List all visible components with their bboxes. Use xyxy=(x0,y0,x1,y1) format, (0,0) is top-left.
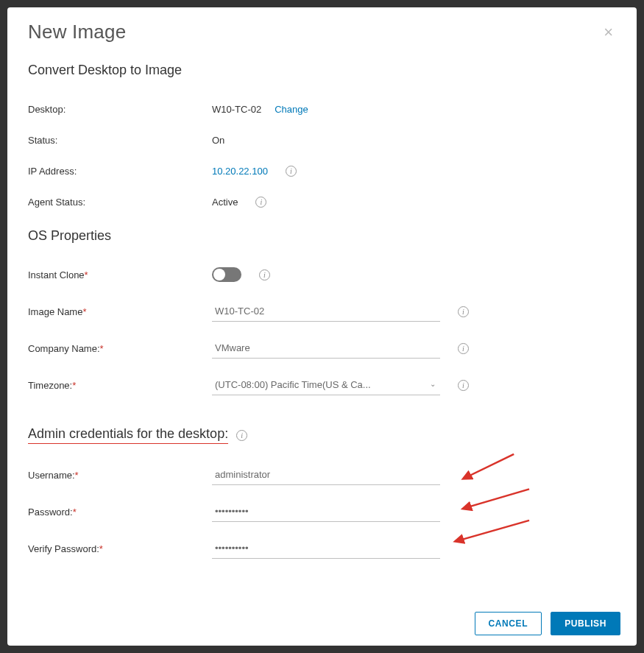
info-icon[interactable]: i xyxy=(458,343,469,354)
row-verify-password: Verify Password:* xyxy=(28,534,620,563)
username-label: Username:* xyxy=(28,470,212,481)
timezone-label: Timezone:* xyxy=(28,380,212,391)
info-icon[interactable]: i xyxy=(286,166,297,177)
timezone-select[interactable] xyxy=(212,375,440,395)
row-image-name: Image Name* i xyxy=(28,297,620,326)
info-icon[interactable]: i xyxy=(259,269,270,280)
ip-label: IP Address: xyxy=(28,166,212,177)
dialog-header: New Image × xyxy=(7,7,637,49)
company-name-label: Company Name:* xyxy=(28,343,212,354)
status-value: On xyxy=(212,135,224,146)
info-icon[interactable]: i xyxy=(458,306,469,317)
row-desktop: Desktop: W10-TC-02 Change xyxy=(28,94,620,124)
info-icon[interactable]: i xyxy=(458,380,469,391)
image-name-input[interactable] xyxy=(212,301,440,322)
dialog-frame: New Image × Convert Desktop to Image Des… xyxy=(0,0,644,653)
agent-status-value: Active xyxy=(212,197,238,208)
company-name-input[interactable] xyxy=(212,338,440,359)
verify-password-input[interactable] xyxy=(212,538,440,559)
close-icon[interactable]: × xyxy=(601,23,616,42)
dialog-title: New Image xyxy=(28,21,126,43)
dialog-body[interactable]: Convert Desktop to Image Desktop: W10-TC… xyxy=(7,49,637,601)
section-heading-convert: Convert Desktop to Image xyxy=(28,63,620,78)
status-label: Status: xyxy=(28,135,212,146)
row-timezone: Timezone:* ⌄ i xyxy=(28,370,620,400)
admin-creds-heading-text: Admin credentials for the desktop: xyxy=(28,426,228,444)
agent-status-label: Agent Status: xyxy=(28,197,212,208)
verify-password-label: Verify Password:* xyxy=(28,543,212,554)
row-ip: IP Address: 10.20.22.100 i xyxy=(28,156,620,186)
row-password: Password:* xyxy=(28,497,620,526)
desktop-label: Desktop: xyxy=(28,104,212,115)
section-heading-os: OS Properties xyxy=(28,228,620,244)
section-heading-creds: Admin credentials for the desktop: i xyxy=(28,426,620,444)
row-instant-clone: Instant Clone* i xyxy=(28,260,620,289)
image-name-label: Image Name* xyxy=(28,306,212,317)
desktop-value: W10-TC-02 xyxy=(212,104,261,115)
cancel-button[interactable]: CANCEL xyxy=(475,612,542,635)
publish-button[interactable]: PUBLISH xyxy=(551,612,620,635)
username-input[interactable] xyxy=(212,465,440,485)
desktop-change-link[interactable]: Change xyxy=(275,104,308,115)
info-icon[interactable]: i xyxy=(255,197,266,208)
dialog-footer: CANCEL PUBLISH xyxy=(7,601,637,646)
row-username: Username:* xyxy=(28,460,620,490)
instant-clone-toggle[interactable] xyxy=(212,267,241,282)
row-company-name: Company Name:* i xyxy=(28,333,620,363)
password-input[interactable] xyxy=(212,501,440,522)
row-status: Status: On xyxy=(28,125,620,155)
row-agent: Agent Status: Active i xyxy=(28,187,620,216)
info-icon[interactable]: i xyxy=(236,430,247,441)
dialog: New Image × Convert Desktop to Image Des… xyxy=(7,7,637,646)
instant-clone-label: Instant Clone* xyxy=(28,269,212,280)
password-label: Password:* xyxy=(28,506,212,518)
ip-value[interactable]: 10.20.22.100 xyxy=(212,166,268,177)
